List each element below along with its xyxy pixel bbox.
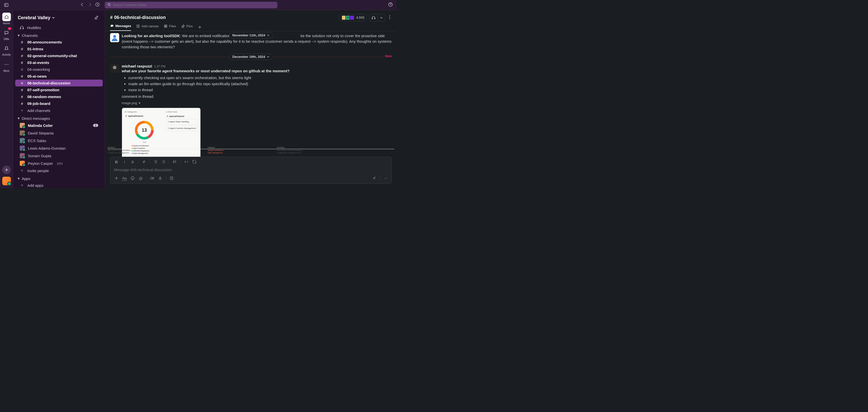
date-pill[interactable]: December 19th, 2024 [229,54,273,60]
tab-add-canvas[interactable]: Add canvas [136,24,159,31]
rail-add-button[interactable] [2,166,11,174]
send-button[interactable] [370,175,378,181]
dm-item[interactable]: David Stepania [15,129,103,137]
attach-button[interactable] [113,175,120,181]
message-time: 1:37 PM [154,65,165,68]
dm-item[interactable]: ECS Salas [15,137,103,144]
date-label: December 19th, 2024 [232,55,265,59]
search-box[interactable] [105,2,277,8]
chevron-down-icon[interactable] [378,15,385,21]
tab-messages[interactable]: Messages [110,24,131,31]
rail-more[interactable]: More [2,60,11,72]
rail-activity[interactable]: Activity [2,44,11,56]
channel-item[interactable]: #05-ai-news [15,73,103,80]
rail-home[interactable]: Home [2,13,11,25]
channel-name: 06-technical-discussion [114,15,166,20]
message-bullet: currently checking out open ai's swarm o… [128,75,392,81]
dm-item[interactable]: Peyton Casperyou [15,160,103,167]
dms-label: Direct messages [22,116,50,121]
link-button[interactable] [141,159,148,165]
message-author[interactable]: michael raspuzzi [122,64,152,68]
invite-people-row[interactable]: + Invite people [15,167,103,174]
format-toggle-button[interactable]: Aa [121,175,128,181]
history-icon[interactable] [95,2,100,8]
sidebar-toggle-icon[interactable] [4,3,9,7]
channel-item[interactable]: #06-technical-discussion [15,80,103,87]
rail-dms[interactable]: 1 DMs [2,28,11,40]
svg-text:1: 1 [154,160,154,161]
content-area: # 06-technical-discussion A 4,555 [105,10,397,188]
video-button[interactable] [149,175,156,181]
channels-section-header[interactable]: ▾ Channels [13,31,105,39]
channel-item[interactable]: #02-general-community-chat [15,52,103,59]
hash-icon: # [20,101,24,106]
compose-button[interactable] [92,14,100,22]
huddles-row[interactable]: Huddles [15,24,103,31]
message-avatar[interactable] [110,64,119,73]
add-channels-row[interactable]: + Add channels [15,107,103,114]
floating-date-pill[interactable]: November 11th, 2024 [229,32,273,38]
svg-line-4 [110,5,110,6]
messages-icon [110,24,114,28]
ordered-list-button[interactable]: 1 [152,159,159,165]
attachment-preview[interactable]: ◎Categories ↗ openai/swarm 13 Total Syst… [122,108,201,157]
italic-button[interactable]: I [121,159,128,165]
channel-title[interactable]: # 06-technical-discussion [110,15,166,20]
add-apps-row[interactable]: + Add apps [15,182,103,188]
hash-icon: # [20,95,24,99]
invite-label: Invite people [27,169,49,173]
tab-add-button[interactable] [198,25,202,30]
nav-forward-icon[interactable] [88,2,92,8]
channel-item[interactable]: #01-intros [15,45,103,52]
dm-item[interactable]: Malinda Coler1 [15,122,103,129]
tab-pins[interactable]: Pins [181,24,193,31]
dm-name: David Stepania [28,131,54,135]
codeblock-button[interactable] [191,159,198,165]
channel-item[interactable]: #09-job-board [15,100,103,107]
channel-item[interactable]: #03-ai-events [15,59,103,66]
code-button[interactable] [183,159,190,165]
shortcuts-button[interactable] [168,175,175,181]
members-button[interactable]: A 4,555 [339,14,367,21]
message: michael raspuzzi 1:37 PM what are your f… [110,62,392,157]
composer-input[interactable] [114,168,388,172]
nav-back-icon[interactable] [80,2,85,8]
audio-button[interactable] [157,175,164,181]
tab-files[interactable]: Files [164,24,176,31]
dm-item[interactable]: Sonam Gupta [15,152,103,160]
channel-item[interactable]: #00-announcements [15,39,103,45]
send-options-button[interactable] [382,175,389,181]
channel-name: 09-job-board [27,101,50,106]
search-icon [107,3,111,7]
hash-icon: # [20,60,24,65]
dms-section-header[interactable]: ▾ Direct messages [13,114,105,122]
svg-rect-15 [375,18,375,19]
workspace-switcher[interactable]: Cerebral Valley [18,15,55,21]
apps-section-header[interactable]: ▾ Apps [13,174,105,182]
blockquote-button[interactable] [171,159,178,165]
channel-item[interactable]: #07-self-promotion [15,87,103,93]
tab-pins-label: Pins [187,24,193,28]
attachment-name[interactable]: image.png ▾ [122,101,392,106]
channel-more-button[interactable] [388,14,392,22]
bold-button[interactable]: B [113,159,120,165]
huddle-button[interactable] [369,14,385,22]
channel-item[interactable]: #04-coworking [15,66,103,73]
dm-item[interactable]: Lewis Adams-Dunstan [15,144,103,152]
dm-badge: 1 [93,124,98,127]
channel-name: 05-ai-news [27,74,47,78]
strikethrough-button[interactable]: S [129,159,136,165]
user-avatar[interactable] [2,177,11,185]
chevron-down-icon [267,55,270,58]
mention-button[interactable]: @ [137,175,144,181]
help-icon[interactable] [388,2,393,8]
bullet-list-button[interactable] [160,159,167,165]
channel-name: 02-general-community-chat [27,54,77,58]
message-list[interactable]: November 11th, 2024 Looking for an alert… [105,31,397,157]
channel-item[interactable]: #08-random-memes [15,93,103,100]
message-avatar[interactable] [110,33,119,42]
hash-icon: # [20,88,24,92]
search-input[interactable] [113,3,275,7]
svg-rect-14 [372,18,373,19]
emoji-button[interactable] [129,175,136,181]
